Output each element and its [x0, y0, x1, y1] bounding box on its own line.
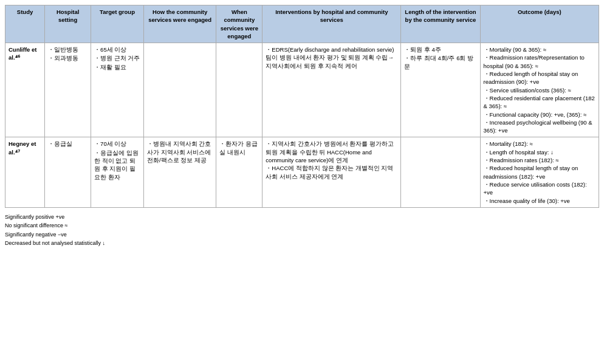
- cell-length: 퇴원 후 4주하루 최대 4회/주 6회 방문: [401, 43, 480, 137]
- cell-target-group: 65세 이상병원 근처 거주재활 필요: [91, 43, 144, 137]
- cell-hospital-setting: 응급실: [45, 137, 91, 207]
- header-how-community: How the community services were engaged: [143, 5, 216, 43]
- header-study: Study: [5, 5, 45, 43]
- legend-no-diff: No significant difference ≈: [5, 221, 599, 230]
- header-hospital-setting: Hospital setting: [45, 5, 91, 43]
- cell-length: [401, 137, 480, 207]
- cell-interventions: ・지역사회 간호사가 병원에서 환자를 평가하고 퇴원 계획을 수립한 뒤 HA…: [263, 137, 401, 207]
- legend-positive: Significantly positive +ve: [5, 213, 599, 221]
- cell-hospital-setting: 일반병동외과병동: [45, 43, 91, 137]
- header-target-group: Target group: [91, 5, 144, 43]
- header-interventions: Interventions by hospital and community …: [263, 5, 401, 43]
- cell-when-community: ・환자가 응급실 내원시: [216, 137, 263, 207]
- cell-study: Hegney et al.⁴⁷: [5, 137, 45, 207]
- table-row: Cunliffe et al.⁴⁶일반병동외과병동65세 이상병원 근처 거주재…: [5, 43, 599, 137]
- header-length: Length of the intervention by the commun…: [401, 5, 480, 43]
- cell-outcome: ・Mortality (90 & 365): ≈ ・Readmission ra…: [480, 43, 599, 137]
- legend-decreased: Decreased but not analysed statistically…: [5, 239, 599, 247]
- legend: Significantly positive +ve No significan…: [5, 213, 599, 248]
- cell-study: Cunliffe et al.⁴⁶: [5, 43, 45, 137]
- cell-outcome: ・Mortality (182): ≈ ・Length of hospital …: [480, 137, 599, 207]
- legend-negative: Significantly negative −ve: [5, 230, 599, 239]
- header-when-community: When community services were engaged: [216, 5, 263, 43]
- header-outcome: Outcome (days): [480, 5, 599, 43]
- cell-interventions: ・EDRS(Early discharge and rehabilitation…: [263, 43, 401, 137]
- cell-how-community: ・병원내 지역사회 간호사가 지역사회 서비스에 전화/팩스로 정보 제공: [143, 137, 216, 207]
- cell-how-community: [143, 43, 216, 137]
- table-row: Hegney et al.⁴⁷응급실70세 이상응급실에 입원한 적이 없고 퇴…: [5, 137, 599, 207]
- cell-target-group: 70세 이상응급실에 입원한 적이 없고 퇴원 후 지원이 필요한 환자: [91, 137, 144, 207]
- cell-when-community: [216, 43, 263, 137]
- main-table: Study Hospital setting Target group How …: [5, 5, 599, 208]
